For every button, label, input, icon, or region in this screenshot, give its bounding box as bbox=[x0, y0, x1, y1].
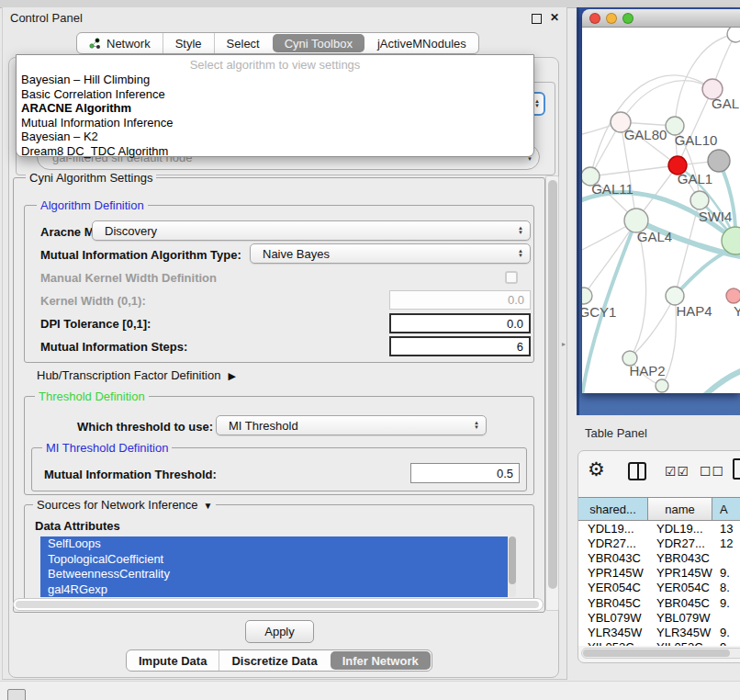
table-cell: YPR145W bbox=[648, 566, 712, 580]
network-edge-highlighted[interactable] bbox=[705, 369, 740, 393]
network-node-label: GAL11 bbox=[591, 181, 633, 197]
table-row[interactable]: YER054CYER054C8. bbox=[578, 581, 740, 595]
network-node[interactable] bbox=[656, 379, 668, 392]
kernel-width-value: 0.0 bbox=[508, 293, 524, 307]
mi-algorithm-type-label: Mutual Information Algorithm Type: bbox=[40, 248, 241, 262]
table-row[interactable]: YLR345WYLR345W9. bbox=[578, 625, 740, 639]
table-row[interactable]: YBR045CYBR045C9. bbox=[578, 595, 740, 610]
cyni-toolbox-panel: ▲▼ gal-filtered sif default node ▲▼ Sele… bbox=[8, 57, 559, 678]
close-traffic-light-icon[interactable] bbox=[589, 13, 600, 24]
tab-label: Network bbox=[107, 37, 151, 51]
scrollbar-thumb[interactable] bbox=[16, 601, 539, 608]
network-edge[interactable] bbox=[675, 34, 735, 126]
table-column-header[interactable]: name bbox=[648, 497, 712, 521]
aracne-mode-combo[interactable]: Discovery ▲▼ bbox=[92, 220, 531, 241]
algorithm-option[interactable]: ARACNE Algorithm bbox=[17, 101, 533, 116]
split-pane-handle-icon[interactable]: ▸ bbox=[562, 340, 566, 348]
table-row[interactable]: YDL19...YDL19...13 bbox=[578, 521, 740, 536]
mi-steps-field[interactable]: 6 bbox=[389, 336, 531, 356]
attributes-scrollbar[interactable] bbox=[509, 536, 516, 597]
tab-style[interactable]: Style bbox=[163, 33, 214, 53]
network-edge[interactable] bbox=[584, 220, 636, 296]
scrollbar-thumb[interactable] bbox=[509, 536, 516, 584]
attribute-item[interactable]: SelfLoops bbox=[40, 536, 508, 552]
table-row[interactable]: YDR27...YDR27...12 bbox=[578, 536, 740, 550]
network-node-label: GAL10 bbox=[675, 132, 718, 148]
zoom-traffic-light-icon[interactable] bbox=[622, 13, 633, 24]
float-window-icon[interactable] bbox=[532, 14, 542, 24]
network-edge[interactable] bbox=[630, 296, 675, 358]
mi-algorithm-type-combo[interactable]: Naive Bayes ▲▼ bbox=[250, 243, 531, 264]
network-canvas[interactable]: GALGAL80GAL10GAL1GAL11GAL4SWI4GCY1HAP4YH… bbox=[582, 28, 740, 393]
table-cell: 9. bbox=[712, 566, 740, 580]
gear-icon[interactable]: ⚙ bbox=[588, 458, 605, 480]
table-cell: 9. bbox=[712, 596, 740, 610]
network-node[interactable] bbox=[666, 287, 684, 305]
algorithm-option[interactable]: Dream8 DC_TDC Algorithm bbox=[17, 144, 533, 159]
network-node[interactable] bbox=[582, 288, 592, 304]
stepper-icon: ▲▼ bbox=[474, 421, 479, 430]
settings-horizontal-scrollbar[interactable] bbox=[13, 598, 544, 611]
mi-threshold-field[interactable]: 0.5 bbox=[410, 463, 520, 483]
mi-threshold-label: Mutual Information Threshold: bbox=[44, 468, 217, 481]
algorithm-option[interactable]: Mutual Information Inference bbox=[17, 116, 533, 130]
attribute-item[interactable]: gal4RGexp bbox=[40, 582, 508, 598]
control-panel-title: Control Panel bbox=[10, 11, 83, 25]
settings-scrollbar[interactable] bbox=[545, 175, 559, 611]
table-cell: YDR27... bbox=[648, 536, 712, 550]
dpi-tolerance-field[interactable]: 0.0 bbox=[389, 313, 531, 333]
tab-select[interactable]: Select bbox=[214, 33, 272, 53]
attribute-item[interactable]: BetweennessCentrality bbox=[40, 567, 508, 582]
which-threshold-combo[interactable]: MI Threshold ▲▼ bbox=[216, 415, 487, 435]
tab-jactivemnodules[interactable]: jActiveMNodules bbox=[365, 33, 478, 53]
select-all-icon[interactable]: ☑☑ bbox=[665, 464, 690, 479]
algorithm-option[interactable]: Bayesian – K2 bbox=[17, 130, 533, 144]
scrollbar-thumb[interactable] bbox=[583, 649, 730, 657]
network-node[interactable] bbox=[690, 191, 709, 209]
network-window-titlebar[interactable] bbox=[582, 9, 740, 28]
minimized-panel-icon[interactable] bbox=[7, 689, 26, 700]
table-row[interactable]: YBL079WYBL079W bbox=[578, 610, 740, 625]
tab-cyni-toolbox[interactable]: Cyni Toolbox bbox=[273, 34, 364, 52]
bottom-tab-discretize-data[interactable]: Discretize Data bbox=[219, 650, 329, 671]
table-cell: YDL19... bbox=[578, 522, 648, 536]
network-graph[interactable]: GALGAL80GAL10GAL1GAL11GAL4SWI4GCY1HAP4YH… bbox=[582, 28, 740, 393]
tab-network[interactable]: Network bbox=[77, 33, 163, 53]
page-icon[interactable] bbox=[733, 458, 740, 480]
close-icon[interactable]: ✕ bbox=[550, 11, 559, 24]
sources-toggle[interactable]: Sources for Network Inference▼ bbox=[33, 498, 216, 512]
apply-button[interactable]: Apply bbox=[245, 620, 314, 643]
table-panel-title: Table Panel bbox=[585, 426, 647, 440]
kernel-width-field[interactable]: 0.0 bbox=[389, 290, 531, 310]
network-edge[interactable] bbox=[621, 81, 712, 122]
network-edge[interactable] bbox=[590, 165, 678, 176]
mi-steps-label: Mutual Information Steps: bbox=[40, 340, 187, 354]
algorithm-option[interactable]: Bayesian – Hill Climbing bbox=[17, 73, 533, 87]
deselect-all-icon[interactable]: ☐☐ bbox=[700, 464, 724, 479]
table-row[interactable]: YIL052CYIL052C9. bbox=[578, 640, 740, 647]
hub-section-toggle[interactable]: Hub/Transcription Factor Definition▶ bbox=[37, 368, 236, 382]
table-rows: YDL19...YDL19...13YDR27...YDR27...12YBR0… bbox=[578, 521, 740, 646]
which-threshold-label: Which threshold to use: bbox=[77, 420, 213, 434]
manual-kernel-checkbox[interactable] bbox=[505, 271, 518, 284]
data-attributes-list[interactable]: SelfLoopsTopologicalCoefficientBetweenne… bbox=[40, 536, 508, 597]
attribute-item[interactable]: TopologicalCoefficient bbox=[40, 552, 508, 568]
table-row[interactable]: YBR043CYBR043C bbox=[578, 550, 740, 565]
network-node[interactable] bbox=[726, 288, 740, 303]
columns-icon[interactable] bbox=[628, 462, 646, 480]
algorithm-option[interactable]: Basic Correlation Inference bbox=[17, 87, 533, 102]
minimize-traffic-light-icon[interactable] bbox=[606, 13, 617, 24]
dropdown-prompt: Select algorithm to view settings bbox=[17, 57, 533, 73]
scrollbar-thumb[interactable] bbox=[548, 180, 557, 589]
table-horizontal-scrollbar[interactable] bbox=[581, 648, 740, 659]
table-column-header[interactable]: A bbox=[712, 497, 740, 521]
bottom-tab-infer-network[interactable]: Infer Network bbox=[331, 651, 431, 670]
algorithm-dropdown-popup: Select algorithm to view settings Bayesi… bbox=[16, 54, 534, 157]
table-column-header[interactable]: shared... bbox=[578, 497, 648, 521]
network-node[interactable] bbox=[708, 150, 730, 172]
manual-kernel-label: Manual Kernel Width Definition bbox=[40, 271, 217, 285]
network-view-window[interactable]: GALGAL80GAL10GAL1GAL11GAL4SWI4GCY1HAP4YH… bbox=[582, 9, 740, 393]
table-row[interactable]: YPR145WYPR145W9. bbox=[578, 566, 740, 581]
bottom-tab-impute-data[interactable]: Impute Data bbox=[127, 650, 219, 671]
network-node[interactable] bbox=[727, 28, 740, 42]
